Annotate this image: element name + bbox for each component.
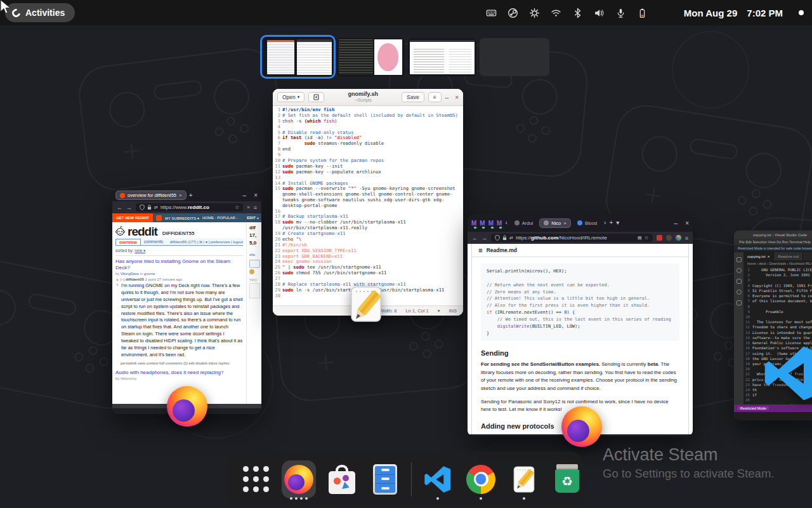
battery-low-icon[interactable] [637, 8, 648, 18]
close-button[interactable]: × [685, 220, 689, 227]
dock-files-button[interactable] [368, 457, 402, 502]
new-tab-button[interactable]: + [189, 192, 193, 199]
scroll-tabs-right-icon[interactable]: › [604, 220, 606, 226]
lock-icon[interactable] [147, 204, 152, 210]
forward-button[interactable]: → [126, 204, 132, 211]
gedit-menu-button[interactable]: ≡ [428, 92, 442, 102]
status-caret-icon[interactable]: ▾ [438, 308, 440, 314]
forward-button[interactable]: → [481, 235, 487, 241]
breadcrumb[interactable]: home › deck › Downloads › NicoHood-IRLre… [743, 260, 812, 267]
dock-trash-button[interactable]: ♻ [550, 457, 584, 502]
post2-title-link[interactable]: Audio with headphones, does it need repl… [115, 370, 243, 376]
settings-gear-icon[interactable] [529, 8, 540, 18]
dock-app-grid-button[interactable] [239, 457, 273, 502]
tab-copying-txt[interactable]: copying.txt × [743, 252, 774, 260]
upvote-icon[interactable]: ▲ [115, 277, 119, 281]
restricted-mode-status[interactable]: Restricted Mode [738, 406, 769, 410]
new-tab-button[interactable]: + [609, 220, 613, 226]
back-button[interactable]: ← [472, 235, 478, 241]
gedit-window[interactable]: Open ▾ gnomify.sh ~/Scripts Save ≡ – × 1… [273, 89, 463, 316]
sidebar-show-link[interactable]: sho [249, 253, 255, 257]
vscode-menu-bar[interactable]: File Edit Selection View Go Run Terminal… [734, 239, 812, 245]
downvote-icon[interactable]: ▼ [115, 283, 119, 359]
tab-close-icon[interactable]: × [563, 220, 566, 226]
shield-icon[interactable] [140, 204, 145, 210]
post-subreddit-link[interactable]: gnome [144, 272, 155, 276]
browser-tab-reddit[interactable]: overview for diffident55 × [116, 191, 186, 199]
steam-icon[interactable] [508, 8, 518, 18]
status-icon-tray[interactable] [486, 0, 648, 25]
microphone-icon[interactable] [615, 8, 626, 18]
reader-view-icon[interactable]: ▤ [638, 236, 642, 241]
pinned-tab-1[interactable]: M [471, 220, 476, 227]
pinned-tab-2[interactable]: M [480, 220, 485, 227]
pinned-tab-4[interactable]: M [497, 220, 502, 227]
dock-vscode-button[interactable] [421, 457, 455, 502]
explorer-icon[interactable] [737, 257, 742, 262]
post-title-link[interactable]: Has anyone tried to installing Gnome on … [115, 258, 243, 271]
workspace-thumbnail-2[interactable] [336, 38, 405, 76]
dock-firefox-button[interactable] [282, 457, 316, 502]
tab-close-icon[interactable]: × [768, 255, 770, 258]
workspace-thumbnail-4[interactable] [480, 38, 549, 76]
search-icon[interactable] [737, 268, 742, 273]
tab-overview[interactable]: overview [115, 239, 141, 245]
restricted-mode-banner[interactable]: Restricted Mode is intended for safe cod… [734, 245, 812, 252]
overflow-menu-icon[interactable]: » [247, 204, 249, 210]
close-button[interactable]: × [455, 94, 459, 101]
minimize-button[interactable]: – [243, 192, 247, 199]
list-all-tabs-icon[interactable]: ▾ [616, 220, 619, 226]
vscode-status-bar[interactable]: Restricted Mode [734, 404, 812, 412]
run-debug-icon[interactable] [737, 290, 742, 295]
url-bar[interactable]: ⇄ https://github.com/NicoHood/IRLremote … [491, 234, 653, 242]
firefox-github-window[interactable]: M M M M ‹ Ardui Nico × Blood › + ▾ – × ←… [468, 214, 693, 436]
my-subreddits-menu[interactable]: MY SUBREDDITS ▾ [165, 216, 199, 220]
comment-action-links[interactable]: permalink save context full comments (1)… [121, 361, 243, 366]
clock[interactable]: Mon Aug 29 7:02 PM [684, 0, 783, 25]
save-button[interactable]: Save [402, 92, 424, 102]
browser-tab-nicohood[interactable]: Nico × [540, 219, 570, 227]
subreddit-links[interactable]: HOME - POPULAR - [202, 216, 238, 220]
activities-button[interactable]: Activities [5, 3, 75, 22]
close-button[interactable]: × [254, 192, 258, 199]
extension-icon-2[interactable] [676, 235, 681, 241]
firefox-reddit-window[interactable]: overview for diffident55 × + – × ← → ⇄ h… [112, 189, 261, 414]
scroll-tabs-left-icon[interactable]: ‹ [505, 220, 507, 226]
minimize-button[interactable]: – [674, 220, 678, 227]
sort-new-link[interactable]: new ▾ [134, 248, 145, 253]
minimize-button[interactable]: – [445, 94, 449, 101]
open-button[interactable]: Open ▾ [277, 92, 304, 102]
shield-icon[interactable] [495, 235, 500, 241]
keyboard-icon[interactable] [486, 8, 497, 18]
workspace-thumbnail-3[interactable] [408, 38, 476, 76]
dock-text-editor-button[interactable] [507, 457, 541, 502]
pinned-tab-3[interactable]: M [488, 220, 494, 227]
edit-subscriptions-link[interactable]: EDIT » [247, 216, 261, 220]
container-swap-icon[interactable]: ⇄ [154, 205, 158, 210]
volume-icon[interactable] [594, 8, 605, 18]
list-icon[interactable]: ≣ [478, 248, 483, 253]
tab-comments[interactable]: comments [141, 239, 166, 244]
ublock-extension-icon[interactable] [657, 235, 662, 241]
vscode-activity-bar[interactable] [734, 252, 743, 404]
bookmark-star-icon[interactable]: ☆ [235, 204, 239, 210]
userbar[interactable]: diffident55 (177) | ✉ | ● | preferences … [170, 240, 243, 244]
dock-chrome-button[interactable] [464, 457, 498, 502]
source-control-icon[interactable] [737, 279, 742, 284]
new-document-button[interactable] [308, 92, 324, 102]
dock-software-button[interactable] [325, 457, 359, 502]
wifi-icon[interactable] [551, 8, 561, 18]
get-new-reddit-banner[interactable]: GET NEW REDDIT [112, 213, 153, 222]
lock-icon[interactable] [502, 235, 507, 241]
gedit-code-area[interactable]: 1#!/usr/bin/env fish2# Set fish as the d… [273, 106, 463, 305]
container-swap-icon[interactable]: ⇄ [509, 236, 513, 241]
extension-icon[interactable] [666, 235, 672, 241]
browser-tab-arduino[interactable]: Ardui [511, 219, 537, 227]
hamburger-menu-icon[interactable]: ≡ [254, 204, 257, 211]
reddit-logotype[interactable]: reddit [128, 227, 157, 236]
back-button[interactable]: ← [117, 204, 122, 211]
post-author-link[interactable]: VikingDave [121, 272, 139, 276]
tab-close-icon[interactable]: × [179, 192, 182, 198]
bookmark-star-icon[interactable]: ☆ [645, 235, 649, 241]
workspace-thumbnail-1[interactable] [262, 37, 334, 77]
